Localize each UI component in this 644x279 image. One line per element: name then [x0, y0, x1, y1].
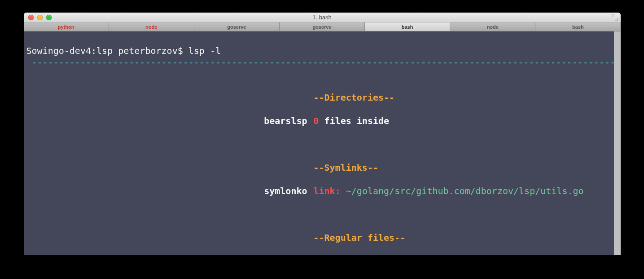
- prompt-host: Sowingo-dev4: [26, 45, 92, 56]
- prompt-line: Sowingo-dev4:lsp peterborzov$ lsp -l: [26, 45, 221, 56]
- tab-goserve[interactable]: goserve: [194, 22, 280, 31]
- scrollbar[interactable]: [614, 31, 621, 255]
- dir-suffix: files inside: [319, 115, 390, 126]
- section-header-symlinks: --Symlinks--: [314, 162, 379, 173]
- section-header-regular: --Regular files--: [314, 232, 406, 243]
- symlink-name: symlonko: [264, 186, 307, 196]
- tab-goserve-2[interactable]: goserve: [280, 22, 365, 31]
- dir-name: bearslsp: [264, 115, 307, 126]
- tab-node[interactable]: node: [109, 22, 194, 31]
- fullscreen-icon[interactable]: [612, 14, 618, 21]
- zoom-icon[interactable]: [46, 15, 52, 20]
- symlink-target: ~/golang/src/github.com/dborzov/lsp/util…: [346, 186, 584, 196]
- tab-node-2[interactable]: node: [450, 22, 535, 31]
- prompt-cwd: lsp: [96, 45, 113, 56]
- minimize-icon[interactable]: [37, 15, 43, 20]
- dir-count: 0: [314, 115, 319, 126]
- terminal-window: 1. bash python node goserve goserve bash…: [24, 13, 621, 255]
- window-title: 1. bash: [24, 14, 621, 21]
- prompt-command: lsp -l: [188, 45, 221, 56]
- traffic-lights: [24, 15, 52, 20]
- prompt-user: peterborzov: [118, 45, 177, 56]
- close-icon[interactable]: [28, 15, 34, 20]
- tab-bar: python node goserve goserve bash node ba…: [24, 22, 621, 31]
- tab-bash-2[interactable]: bash: [535, 22, 620, 31]
- prompt-sigil: $: [178, 45, 183, 56]
- section-header-directories: --Directories--: [314, 92, 395, 103]
- tab-bash-active[interactable]: bash: [365, 22, 450, 31]
- titlebar[interactable]: 1. bash: [24, 13, 621, 22]
- terminal-body[interactable]: Sowingo-dev4:lsp peterborzov$ lsp -l ---…: [24, 31, 621, 255]
- symlink-label: link:: [314, 186, 341, 196]
- tab-python[interactable]: python: [24, 22, 109, 31]
- terminal-content: Sowingo-dev4:lsp peterborzov$ lsp -l ---…: [24, 31, 621, 255]
- divider-line: ----------------------------------------…: [26, 57, 615, 68]
